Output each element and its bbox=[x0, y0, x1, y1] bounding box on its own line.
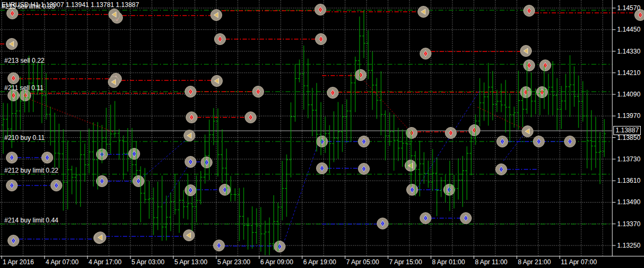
trade-marker-pending[interactable] bbox=[184, 230, 195, 241]
trade-marker-pending[interactable] bbox=[109, 9, 120, 20]
trade-marker-sell[interactable] bbox=[521, 87, 532, 98]
ohlc-bar bbox=[182, 190, 185, 219]
time-axis-label: 4 Apr 17:00 bbox=[89, 258, 121, 266]
order-label-213: #213 sell 0.22 bbox=[4, 57, 45, 64]
ohlc-bar bbox=[160, 176, 164, 241]
trade-marker-sell[interactable] bbox=[8, 73, 19, 84]
trade-marker-pending[interactable] bbox=[108, 77, 120, 88]
ohlc-bar bbox=[40, 61, 43, 123]
ohlc-bar bbox=[324, 117, 327, 153]
trade-marker-pending[interactable] bbox=[521, 46, 532, 57]
trade-marker-sell[interactable] bbox=[355, 70, 367, 81]
trade-marker-buy[interactable] bbox=[496, 164, 507, 175]
trade-marker-sell[interactable] bbox=[253, 86, 264, 98]
trade-marker-buy[interactable] bbox=[51, 180, 62, 191]
time-axis-label: 5 Apr 13:00 bbox=[174, 258, 207, 266]
ohlc-bar bbox=[178, 181, 181, 233]
trade-marker-sell[interactable] bbox=[215, 34, 226, 45]
ohlc-bar bbox=[57, 124, 61, 168]
trade-marker-sell[interactable] bbox=[245, 112, 257, 123]
trade-marker-sell[interactable] bbox=[524, 5, 535, 17]
ohlc-bar bbox=[238, 188, 241, 241]
trade-marker-buy[interactable] bbox=[201, 157, 213, 168]
sell-trade-diagonal bbox=[478, 107, 523, 129]
trade-marker-buy[interactable] bbox=[6, 152, 18, 163]
trade-marker-pending[interactable] bbox=[211, 76, 223, 87]
trade-marker-buy[interactable] bbox=[214, 240, 225, 251]
ohlc-bar bbox=[173, 174, 177, 214]
ohlc-bar bbox=[362, 10, 365, 58]
chart-plot-area[interactable] bbox=[0, 0, 644, 268]
trade-marker-buy[interactable] bbox=[185, 185, 196, 196]
ohlc-bar bbox=[156, 182, 159, 230]
ohlc-bar bbox=[2, 103, 5, 154]
ohlc-bar bbox=[371, 51, 374, 110]
trade-marker-pending[interactable] bbox=[418, 6, 429, 18]
ohlc-bar bbox=[478, 78, 481, 126]
trade-marker-buy[interactable] bbox=[317, 163, 328, 174]
ohlc-bar bbox=[221, 129, 224, 183]
trade-marker-sell[interactable] bbox=[469, 125, 480, 136]
price-axis[interactable]: 1.145701.144501.143301.142101.140901.139… bbox=[612, 0, 644, 256]
ohlc-bar bbox=[440, 177, 443, 197]
ohlc-bar bbox=[264, 221, 267, 255]
order-label-214: #214 buy limit 0.44 bbox=[4, 217, 58, 224]
trade-marker-buy[interactable] bbox=[407, 184, 418, 196]
trade-marker-pending[interactable] bbox=[211, 10, 222, 21]
ohlc-bar bbox=[208, 120, 211, 180]
trade-marker-sell[interactable] bbox=[327, 87, 339, 99]
trade-marker-buy[interactable] bbox=[460, 213, 472, 224]
trade-marker-buy[interactable] bbox=[97, 176, 108, 187]
mt4-chart-window: EURUSD,H1 1.13907 1.13941 1.13781 1.1388… bbox=[0, 0, 644, 268]
trade-marker-buy[interactable] bbox=[377, 218, 389, 229]
trade-marker-buy[interactable] bbox=[6, 180, 18, 191]
ohlc-bar bbox=[122, 136, 125, 180]
ohlc-bar bbox=[603, 119, 606, 157]
trade-marker-sell[interactable] bbox=[524, 60, 535, 71]
trade-marker-buy[interactable] bbox=[358, 163, 370, 175]
buy-trade-diagonal bbox=[141, 138, 188, 179]
ohlc-bar bbox=[289, 102, 292, 177]
trade-marker-sell[interactable] bbox=[537, 87, 548, 98]
trade-marker-buy[interactable] bbox=[185, 157, 196, 168]
price-axis-label: 1.14330 bbox=[617, 48, 640, 55]
trade-marker-pending[interactable] bbox=[184, 130, 195, 142]
trade-marker-buy[interactable] bbox=[533, 136, 545, 147]
trade-marker-pending[interactable] bbox=[95, 232, 106, 243]
trade-marker-sell[interactable] bbox=[185, 86, 196, 98]
ohlc-bar bbox=[148, 181, 151, 219]
trade-marker-buy[interactable] bbox=[129, 148, 140, 160]
trade-marker-pending[interactable] bbox=[6, 39, 18, 50]
trade-marker-sell[interactable] bbox=[540, 60, 551, 71]
ohlc-bar bbox=[349, 73, 353, 142]
trade-marker-sell[interactable] bbox=[315, 4, 326, 16]
price-axis-label: 1.13490 bbox=[617, 198, 640, 206]
ohlc-bar bbox=[482, 83, 486, 121]
trade-marker-buy[interactable] bbox=[219, 184, 231, 196]
trade-marker-pending[interactable] bbox=[522, 126, 533, 137]
trade-marker-buy[interactable] bbox=[274, 241, 286, 252]
trade-marker-buy[interactable] bbox=[133, 176, 144, 187]
trade-marker-buy[interactable] bbox=[317, 136, 328, 147]
ohlc-bar bbox=[384, 110, 387, 160]
trade-marker-buy[interactable] bbox=[497, 136, 508, 147]
ohlc-bar bbox=[302, 46, 305, 110]
time-axis[interactable]: 1 Apr 20164 Apr 07:004 Apr 17:005 Apr 03… bbox=[0, 257, 644, 268]
ohlc-bar bbox=[195, 176, 198, 223]
trade-marker-sell[interactable] bbox=[406, 128, 418, 139]
trade-marker-buy[interactable] bbox=[42, 152, 53, 163]
ohlc-bar bbox=[590, 110, 593, 170]
ohlc-bar bbox=[461, 156, 464, 207]
trade-marker-sell[interactable] bbox=[445, 128, 457, 139]
trade-marker-sell[interactable] bbox=[420, 48, 431, 59]
ohlc-bar bbox=[388, 113, 391, 146]
price-axis-label: 1.13730 bbox=[617, 155, 640, 163]
trade-marker-buy[interactable] bbox=[358, 136, 370, 147]
trade-marker-sell[interactable] bbox=[316, 34, 327, 45]
trade-marker-buy[interactable] bbox=[420, 213, 431, 224]
ohlc-bar bbox=[495, 90, 499, 113]
trade-marker-buy[interactable] bbox=[565, 136, 576, 147]
trade-marker-buy[interactable] bbox=[8, 235, 19, 247]
ohlc-bar bbox=[212, 108, 215, 145]
trade-marker-sell[interactable] bbox=[186, 112, 197, 123]
